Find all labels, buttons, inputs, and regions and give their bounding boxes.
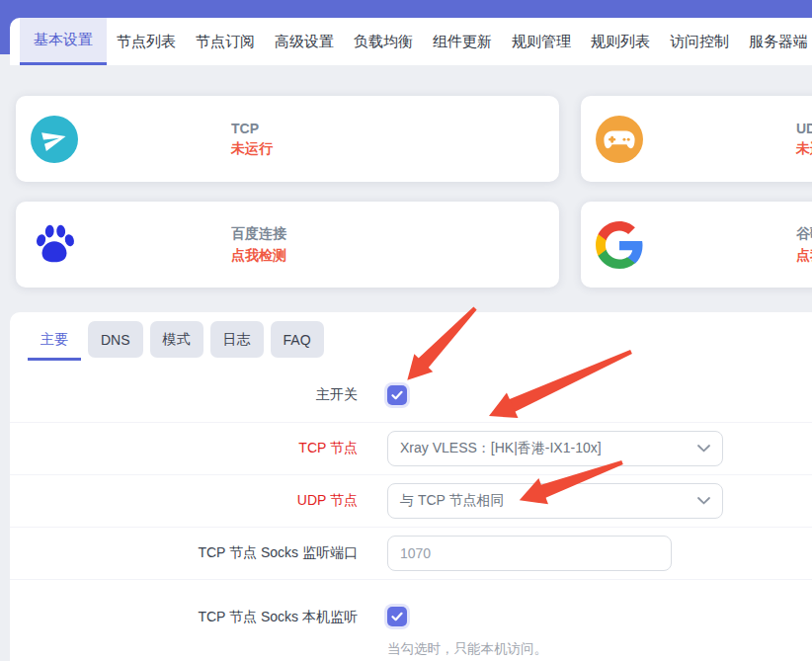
- udp-node-selected-value: 与 TCP 节点相同: [400, 492, 505, 510]
- tab-node-list[interactable]: 节点列表: [107, 18, 186, 65]
- settings-tab-bar: 主要 DNS 模式 日志 FAQ: [28, 321, 812, 361]
- google-card-title: 谷歌连接: [796, 225, 812, 243]
- google-icon: [596, 221, 643, 269]
- tcp-node-row: TCP 节点 Xray VLESS：[HK|香港-IX1-10x]: [10, 422, 812, 474]
- tcp-node-selected-value: Xray VLESS：[HK|香港-IX1-10x]: [400, 440, 602, 457]
- tcp-card-title: TCP: [231, 121, 273, 136]
- udp-node-row: UDP 节点 与 TCP 节点相同: [10, 474, 812, 527]
- status-card-grid: TCP 未运行 UDP 未运行: [16, 96, 812, 288]
- google-card-status[interactable]: 点我检测: [796, 247, 812, 265]
- main-switch-label: 主开关: [10, 386, 358, 404]
- subtab-mode[interactable]: 模式: [150, 321, 203, 358]
- socks-localhost-checkbox[interactable]: [387, 607, 407, 626]
- baidu-paw-icon: [31, 221, 78, 269]
- udp-card-title: UDP: [796, 121, 812, 136]
- settings-form: 主开关 TCP 节点 Xray VLESS：[HK|香港-IX1-10x] UD…: [10, 368, 812, 661]
- socks-port-input[interactable]: [387, 536, 672, 571]
- socks-localhost-row: TCP 节点 Socks 本机监听: [10, 579, 812, 626]
- baidu-check-card[interactable]: 百度连接 点我检测: [16, 202, 559, 288]
- tcp-status-card[interactable]: TCP 未运行: [16, 96, 559, 182]
- tab-node-subscribe[interactable]: 节点订阅: [186, 18, 265, 65]
- subtab-dns[interactable]: DNS: [88, 321, 143, 358]
- socks-localhost-hint: 当勾选时，只能本机访问。: [387, 640, 812, 658]
- chevron-down-icon: [697, 497, 710, 505]
- tab-advanced-settings[interactable]: 高级设置: [265, 18, 344, 65]
- tab-basic-settings[interactable]: 基本设置: [20, 18, 107, 65]
- tab-rule-list[interactable]: 规则列表: [581, 18, 660, 65]
- google-check-card[interactable]: 谷歌连接 点我检测: [581, 202, 812, 288]
- main-switch-checkbox[interactable]: [387, 385, 407, 405]
- tab-load-balancing[interactable]: 负载均衡: [344, 18, 423, 65]
- main-switch-row: 主开关: [10, 368, 812, 422]
- tab-component-update[interactable]: 组件更新: [423, 18, 502, 65]
- udp-card-status[interactable]: 未运行: [796, 140, 812, 158]
- socks-port-label: TCP 节点 Socks 监听端口: [10, 544, 358, 562]
- socks-localhost-label: TCP 节点 Socks 本机监听: [10, 595, 358, 626]
- udp-node-select[interactable]: 与 TCP 节点相同: [387, 483, 723, 519]
- subtab-faq[interactable]: FAQ: [271, 321, 324, 358]
- telegram-plane-icon: [31, 116, 78, 163]
- gamepad-icon: [596, 116, 643, 163]
- udp-node-label: UDP 节点: [10, 492, 358, 510]
- socks-port-row: TCP 节点 Socks 监听端口: [10, 527, 812, 579]
- tab-server-side[interactable]: 服务器端: [739, 18, 812, 65]
- tcp-card-status[interactable]: 未运行: [231, 140, 273, 158]
- chevron-down-icon: [697, 445, 710, 453]
- udp-status-card[interactable]: UDP 未运行: [581, 96, 812, 182]
- baidu-card-title: 百度连接: [231, 225, 286, 243]
- tcp-node-select[interactable]: Xray VLESS：[HK|香港-IX1-10x]: [387, 431, 723, 466]
- main-tab-bar: 基本设置 节点列表 节点订阅 高级设置 负载均衡 组件更新 规则管理 规则列表 …: [10, 18, 812, 65]
- tab-rule-manage[interactable]: 规则管理: [502, 18, 581, 65]
- settings-panel: 主要 DNS 模式 日志 FAQ 主开关 TCP 节点 Xray VLESS：[…: [10, 312, 812, 661]
- baidu-card-status[interactable]: 点我检测: [231, 247, 286, 265]
- subtab-log[interactable]: 日志: [210, 321, 264, 358]
- subtab-main[interactable]: 主要: [28, 321, 81, 361]
- tab-access-control[interactable]: 访问控制: [660, 18, 739, 65]
- tcp-node-label: TCP 节点: [10, 440, 358, 457]
